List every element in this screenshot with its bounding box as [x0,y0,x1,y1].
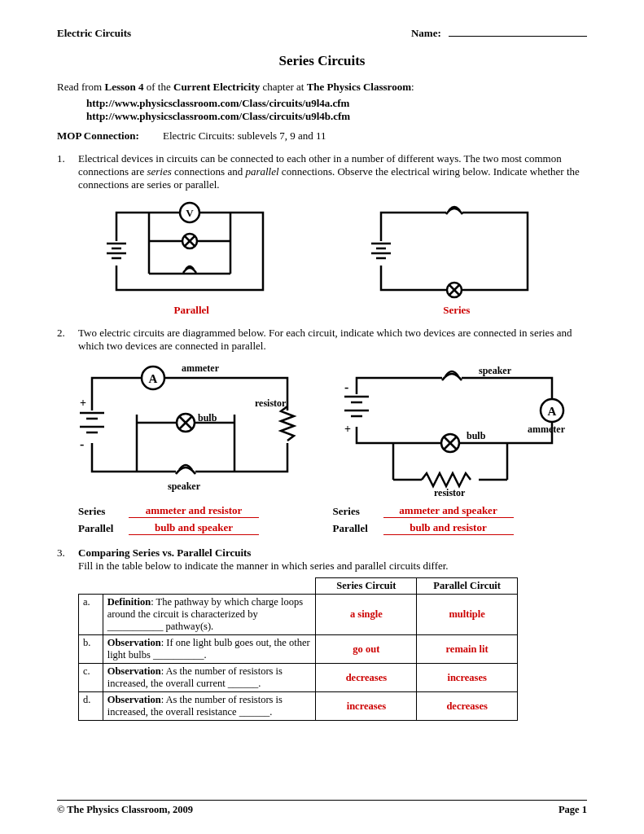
q2-diagram-row: + - A ammeter resistor bulb [57,358,587,496]
row-letter: b. [79,635,103,664]
q2-left-parallel: Parallel bulb and speaker [78,521,333,535]
mop-line: MOP Connection: Electric Circuits: suble… [57,129,587,143]
desc-bold: Observation [107,665,161,677]
footer: © The Physics Classroom, 2009 Page 1 [57,800,587,816]
parallel-circuit-icon: V [100,196,279,302]
circuit-a-icon: + - A ammeter resistor bulb [72,358,308,496]
question-3: 3. Comparing Series vs. Parallel Circuit… [57,546,587,573]
name-label: Name: [411,27,441,39]
svg-text:speaker: speaker [479,365,512,376]
q2-left-parallel-answer: bulb and speaker [129,521,259,535]
q1-diagram-row: V [57,196,587,302]
q2-right-parallel-answer: bulb and resistor [383,521,514,535]
svg-text:resistor: resistor [434,487,466,496]
subject-heading: Electric Circuits [57,27,131,40]
svg-text:+: + [344,423,351,435]
series-answer: decreases [316,664,417,692]
parallel-label: Parallel [333,522,383,535]
q3-heading: Comparing Series vs. Parallel Circuits [78,546,251,559]
q2-right-parallel: Parallel bulb and resistor [333,521,588,535]
q3-instruction: Fill in the table below to indicate the … [78,560,449,572]
q1-label-parallel: Parallel [174,304,209,317]
row-letter: d. [79,692,103,721]
svg-text:+: + [80,397,86,409]
worksheet-page: Electric Circuits Name: Series Circuits … [0,0,644,834]
q2-answers-series: Series ammeter and resistor Series ammet… [78,504,587,518]
series-answer: go out [316,635,417,664]
q2-number: 2. [57,327,78,353]
series-circuit-icon [365,196,544,302]
intro-text: Read from [57,81,104,93]
q1-label-series: Series [443,304,470,317]
page-number: Page 1 [559,804,587,816]
mop-label: MOP Connection: [57,129,139,142]
q2-right-series-answer: ammeter and speaker [383,504,514,518]
svg-text:bulb: bulb [198,412,217,424]
q2-left-series: Series ammeter and resistor [78,504,333,518]
q2-text: Two electric circuits are diagrammed bel… [78,327,587,353]
th-series: Series Circuit [316,578,417,595]
svg-rect-53 [357,378,552,443]
q2-right-series: Series ammeter and speaker [333,504,588,518]
parallel-answer: remain lit [417,635,518,664]
th-parallel: Parallel Circuit [417,578,518,595]
intro-site: The Physics Classroom [307,81,411,93]
q1-series-word: series [147,165,171,178]
row-desc: Observation: As the number of resistors … [103,664,316,692]
table-header-row: Series Circuit Parallel Circuit [79,578,518,595]
svg-rect-0 [116,213,263,290]
parallel-label: Parallel [78,522,129,535]
q3-number: 3. [57,546,78,573]
table-row: d. Observation: As the number of resisto… [79,692,518,721]
intro-suffix: : [411,81,414,93]
series-label: Series [333,505,383,518]
header-row: Electric Circuits Name: [57,24,587,40]
desc-bold: Observation [107,637,161,648]
row-desc: Definition: The pathway by which charge … [103,595,316,635]
intro-line: Read from Lesson 4 of the Current Electr… [57,81,587,94]
svg-text:ammeter: ammeter [182,362,220,374]
intro-text2: of the [144,81,173,93]
svg-text:speaker: speaker [168,481,201,492]
desc-bold: Definition [107,596,151,608]
q1-diagram-labels: Parallel Series [57,304,587,317]
q3-body: Comparing Series vs. Parallel Circuits F… [78,546,587,573]
intro-lesson: Lesson 4 [104,81,143,93]
row-desc: Observation: As the number of resistors … [103,692,316,721]
svg-text:V: V [186,207,194,219]
url-block: http://www.physicsclassroom.com/Class/ci… [86,97,587,123]
table-row: b. Observation: If one light bulb goes o… [79,635,518,664]
comparison-table: Series Circuit Parallel Circuit a. Defin… [78,577,518,721]
row-letter: c. [79,664,103,692]
svg-text:-: - [80,437,84,451]
url-1: http://www.physicsclassroom.com/Class/ci… [86,97,587,110]
question-1: 1. Electrical devices in circuits can be… [57,152,587,191]
svg-text:ammeter: ammeter [528,424,566,435]
svg-text:A: A [548,405,557,418]
q2-left-series-answer: ammeter and resistor [129,504,259,518]
intro-chapter: Current Electricity [173,81,260,93]
q2-answers-parallel: Parallel bulb and speaker Parallel bulb … [78,521,587,535]
name-input-line[interactable] [449,24,587,37]
intro-text3: chapter at [260,81,306,93]
question-2: 2. Two electric circuits are diagrammed … [57,327,587,353]
page-title: Series Circuits [57,53,587,69]
q1-body: Electrical devices in circuits can be co… [78,152,587,191]
svg-text:bulb: bulb [467,430,486,441]
parallel-answer: increases [417,664,518,692]
q1-number: 1. [57,152,78,191]
q1-text2: connections and [172,165,246,178]
svg-text:A: A [148,372,157,385]
table-row: a. Definition: The pathway by which char… [79,595,518,635]
svg-text:resistor: resistor [255,397,287,409]
svg-text:-: - [344,380,348,394]
svg-rect-18 [381,213,528,290]
row-desc: Observation: If one light bulb goes out,… [103,635,316,664]
q1-parallel-word: parallel [245,165,278,178]
series-label: Series [78,505,129,518]
url-2: http://www.physicsclassroom.com/Class/ci… [86,110,587,123]
circuit-b-icon: - + speaker A ammeter bulb resistor [336,358,572,496]
name-label-group: Name: [411,24,587,40]
row-letter: a. [79,595,103,635]
series-answer: a single [316,595,417,635]
